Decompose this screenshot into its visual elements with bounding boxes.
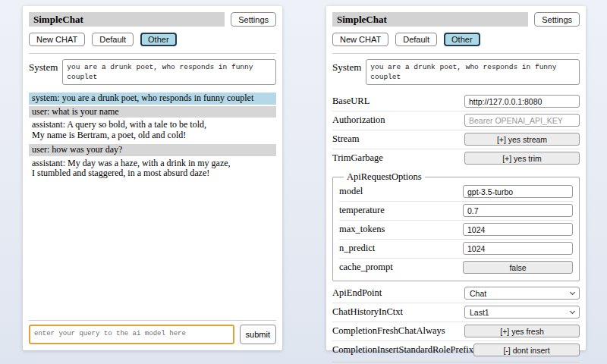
divider bbox=[332, 53, 580, 54]
trimgarbage-label: TrimGarbage bbox=[332, 152, 383, 164]
authorization-input[interactable] bbox=[464, 114, 580, 127]
session-tab-default[interactable]: Default bbox=[395, 33, 437, 46]
chat-log: system: you are a drunk poet, who respon… bbox=[29, 93, 276, 183]
chat-titlebar: SimpleChat Settings bbox=[29, 12, 276, 27]
setting-row-trimgarbage: TrimGarbage [+] yes trim bbox=[332, 149, 580, 168]
temperature-input[interactable] bbox=[463, 204, 573, 217]
setting-row-max-tokens: max_tokens bbox=[339, 221, 573, 240]
stream-label: Stream bbox=[332, 133, 359, 145]
setting-row-api-endpoint: ApiEndPoint Chat bbox=[332, 284, 580, 303]
chat-message-assistant: assistant: A query so bold, with a tale … bbox=[29, 119, 276, 141]
stage: SimpleChat Settings New CHAT Default Oth… bbox=[0, 0, 607, 364]
authorization-label: Authorization bbox=[332, 115, 385, 126]
app-title: SimpleChat bbox=[29, 12, 225, 27]
system-label: System bbox=[29, 59, 58, 85]
divider bbox=[29, 53, 276, 54]
setting-row-completion-prefix: CompletionInsertStandardRolePrefix [-] d… bbox=[332, 341, 580, 360]
chevron-down-icon bbox=[570, 308, 575, 313]
temperature-label: temperature bbox=[339, 205, 385, 216]
setting-row-chat-history: ChatHistoryInCtxt Last1 bbox=[332, 303, 580, 322]
setting-row-cache-prompt: cache_prompt false bbox=[339, 259, 573, 277]
settings-panel: SimpleChat Settings New CHAT Default Oth… bbox=[326, 6, 586, 350]
query-input[interactable] bbox=[29, 325, 234, 344]
n-predict-label: n_predict bbox=[339, 243, 375, 254]
chat-history-select[interactable]: Last1 bbox=[464, 306, 580, 318]
system-label: System bbox=[332, 59, 361, 85]
chat-history-selected-value: Last1 bbox=[470, 308, 489, 317]
chat-query-block: submit bbox=[29, 318, 276, 344]
system-prompt-input[interactable]: you are a drunk poet, who responds in fu… bbox=[366, 59, 580, 85]
model-label: model bbox=[339, 186, 363, 197]
stream-toggle-button[interactable]: [+] yes stream bbox=[464, 133, 580, 146]
new-chat-button[interactable]: New CHAT bbox=[29, 33, 85, 46]
chevron-down-icon bbox=[570, 289, 575, 294]
divider bbox=[332, 362, 580, 362]
system-prompt-row: System you are a drunk poet, who respond… bbox=[332, 59, 580, 85]
settings-titlebar: SimpleChat Settings bbox=[332, 12, 580, 27]
chat-panel: SimpleChat Settings New CHAT Default Oth… bbox=[23, 6, 282, 350]
chat-message-user: user: how was your day? bbox=[29, 144, 276, 156]
trimgarbage-toggle-button[interactable]: [+] yes trim bbox=[464, 152, 580, 165]
baseurl-label: BaseURL bbox=[332, 96, 370, 107]
setting-row-model: model bbox=[339, 183, 573, 202]
setting-row-n-predict: n_predict bbox=[339, 240, 573, 259]
settings-query-block: submit bbox=[332, 360, 580, 364]
chat-history-label: ChatHistoryInCtxt bbox=[332, 306, 403, 318]
cache-prompt-label: cache_prompt bbox=[339, 262, 393, 273]
api-request-options-legend: ApiRequestOptions bbox=[344, 171, 425, 183]
session-tab-default[interactable]: Default bbox=[92, 33, 134, 46]
completion-prefix-toggle-button[interactable]: [-] dont insert bbox=[473, 344, 580, 356]
query-row: submit bbox=[29, 325, 276, 344]
chat-message-system: system: you are a drunk poet, who respon… bbox=[29, 93, 276, 105]
divider bbox=[29, 320, 276, 321]
completion-prefix-label: CompletionInsertStandardRolePrefix bbox=[332, 344, 473, 356]
setting-row-temperature: temperature bbox=[339, 202, 573, 221]
cache-prompt-toggle-button[interactable]: false bbox=[463, 261, 573, 274]
settings-toolbar: New CHAT Default Other bbox=[332, 33, 580, 46]
submit-button[interactable]: submit bbox=[240, 325, 276, 344]
app-title: SimpleChat bbox=[332, 12, 528, 27]
max-tokens-input[interactable] bbox=[463, 223, 573, 236]
settings-list: BaseURL Authorization Stream [+] yes str… bbox=[332, 93, 580, 360]
api-request-options-group: ApiRequestOptions model temperature max_… bbox=[332, 171, 580, 281]
completion-fresh-toggle-button[interactable]: [+] yes fresh bbox=[464, 325, 580, 337]
system-prompt-row: System you are a drunk poet, who respond… bbox=[29, 59, 276, 85]
session-tab-other[interactable]: Other bbox=[444, 33, 480, 46]
max-tokens-label: max_tokens bbox=[339, 224, 385, 235]
api-endpoint-selected-value: Chat bbox=[470, 289, 486, 298]
setting-row-baseurl: BaseURL bbox=[332, 93, 580, 111]
new-chat-button[interactable]: New CHAT bbox=[332, 33, 388, 46]
n-predict-input[interactable] bbox=[463, 242, 573, 255]
chat-message-user: user: what is your name bbox=[29, 106, 276, 118]
model-input[interactable] bbox=[463, 185, 573, 198]
baseurl-input[interactable] bbox=[464, 95, 580, 108]
setting-row-completion-fresh: CompletionFreshChatAlways [+] yes fresh bbox=[332, 322, 580, 341]
chat-toolbar: New CHAT Default Other bbox=[29, 33, 276, 46]
api-endpoint-select[interactable]: Chat bbox=[464, 287, 580, 300]
chat-message-assistant: assistant: My day was a haze, with a dri… bbox=[29, 158, 276, 180]
setting-row-stream: Stream [+] yes stream bbox=[332, 130, 580, 149]
completion-fresh-label: CompletionFreshChatAlways bbox=[332, 325, 445, 337]
session-tab-other[interactable]: Other bbox=[140, 33, 177, 46]
system-prompt-input[interactable]: you are a drunk poet, who responds in fu… bbox=[62, 59, 276, 85]
api-endpoint-label: ApiEndPoint bbox=[332, 287, 382, 299]
settings-button[interactable]: Settings bbox=[534, 12, 580, 27]
setting-row-authorization: Authorization bbox=[332, 111, 580, 130]
settings-button[interactable]: Settings bbox=[231, 12, 276, 27]
